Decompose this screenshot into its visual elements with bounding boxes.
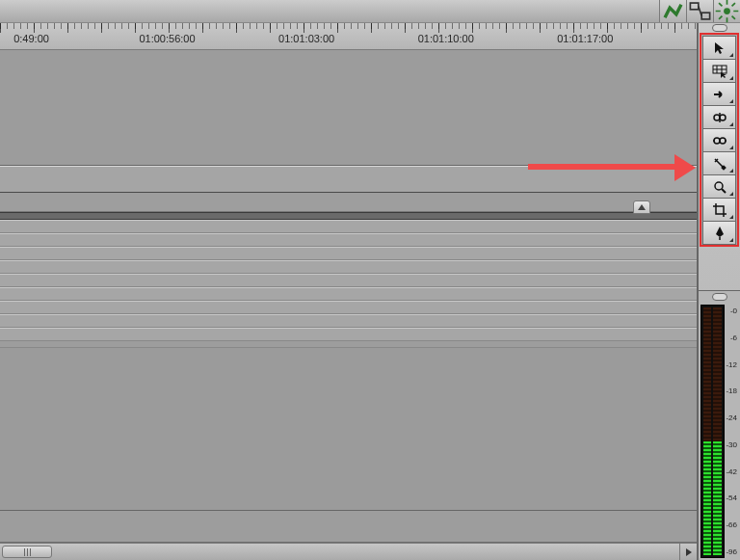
panel-grip-icon[interactable] — [699, 291, 740, 303]
meter-scale-label: -6 — [726, 333, 737, 342]
titlebar-button-c[interactable] — [713, 0, 740, 22]
svg-point-5 — [720, 115, 726, 120]
scroll-thumb[interactable] — [2, 546, 52, 558]
side-panel: -0 -6 -12 -18 -24 -30 -42 -54 -66 -96 — [698, 23, 740, 560]
meter-scale-label: -0 — [726, 307, 737, 315]
window-titlebar — [0, 0, 740, 23]
magnifier-icon — [712, 179, 727, 195]
audio-track[interactable] — [0, 233, 697, 247]
razor-icon — [712, 156, 727, 172]
meter-scale: -0 -6 -12 -18 -24 -30 -42 -54 -66 -96 — [726, 305, 737, 558]
scroll-track[interactable] — [54, 544, 679, 560]
audio-track-wide[interactable] — [0, 347, 697, 511]
meter-scale-label: -96 — [726, 547, 737, 556]
meter-scale-label: -18 — [726, 387, 737, 395]
audio-track[interactable] — [0, 260, 697, 274]
cursor-icon — [712, 40, 727, 56]
ruler-label: 01:00:56:00 — [139, 33, 195, 44]
meter-scale-label: -54 — [726, 493, 737, 502]
video-track[interactable] — [0, 50, 697, 166]
slip-tool[interactable] — [702, 128, 736, 152]
meter-scale-label: -42 — [726, 467, 737, 476]
edit-selection-tool[interactable] — [702, 59, 736, 83]
audio-track[interactable] — [0, 314, 697, 328]
grid-cursor-icon — [712, 64, 727, 79]
arrow-right-icon — [686, 548, 692, 556]
meter-bar-left — [703, 307, 711, 555]
ripple-tool[interactable] — [702, 105, 736, 129]
timeline-panel[interactable]: 0:49:00 01:00:56:00 01:01:03:00 01:01:10… — [0, 23, 698, 560]
svg-rect-1 — [701, 13, 709, 19]
track-handle-icon[interactable] — [633, 200, 650, 214]
panel-grip-icon[interactable] — [699, 23, 740, 33]
titlebar-button-b[interactable] — [686, 0, 713, 22]
meter-scale-label: -24 — [726, 413, 737, 422]
audio-track[interactable] — [0, 287, 697, 301]
audio-track[interactable] — [0, 274, 697, 287]
titlebar-button-a[interactable] — [659, 0, 686, 22]
audio-track[interactable] — [0, 328, 697, 341]
svg-point-4 — [714, 115, 720, 120]
ruler-label: 0:49:00 — [13, 33, 49, 44]
ruler-label: 01:01:03:00 — [278, 33, 334, 44]
pen-tool[interactable] — [702, 221, 736, 245]
scroll-right-button[interactable] — [679, 544, 697, 560]
meter-scale-label: -66 — [726, 520, 737, 529]
audio-meter-panel: -0 -6 -12 -18 -24 -30 -42 -54 -66 -96 — [699, 290, 740, 560]
crop-tool[interactable] — [702, 198, 736, 222]
slip-icon — [712, 133, 727, 148]
svg-point-2 — [724, 8, 730, 14]
audio-meter-bars — [700, 305, 725, 558]
track-divider[interactable] — [0, 212, 697, 220]
audio-track[interactable] — [0, 220, 697, 233]
meter-scale-label: -12 — [726, 360, 737, 369]
audio-track[interactable] — [0, 247, 697, 260]
audio-tracks-group — [0, 220, 697, 341]
zoom-tool[interactable] — [702, 174, 736, 199]
tool-panel — [700, 33, 739, 247]
crop-icon — [712, 202, 727, 218]
audio-track[interactable] — [0, 301, 697, 314]
select-track-fwd-tool[interactable] — [702, 82, 736, 106]
selection-tool[interactable] — [702, 36, 736, 60]
video-track[interactable] — [0, 166, 697, 193]
tracks-region[interactable] — [0, 50, 697, 543]
video-track[interactable] — [0, 193, 697, 212]
meter-scale-label: -30 — [726, 440, 737, 449]
arrow-right-icon — [712, 87, 727, 102]
horizontal-scrollbar[interactable] — [0, 543, 697, 560]
ruler-label: 01:01:10:00 — [418, 33, 474, 44]
razor-tool[interactable] — [702, 151, 736, 175]
timeline-ruler[interactable]: 0:49:00 01:00:56:00 01:01:03:00 01:01:10… — [0, 23, 697, 50]
meter-bar-right — [713, 307, 721, 555]
ruler-label: 01:01:17:00 — [557, 33, 613, 44]
ripple-icon — [712, 110, 727, 125]
svg-point-9 — [715, 182, 723, 190]
pen-icon — [712, 226, 727, 241]
svg-rect-0 — [690, 3, 698, 10]
